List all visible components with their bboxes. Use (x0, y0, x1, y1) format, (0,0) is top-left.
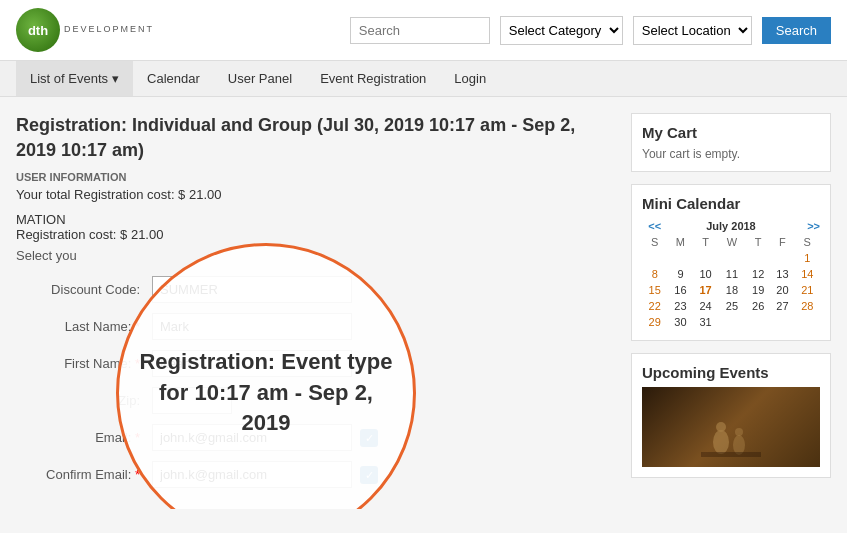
last-name-required: * (135, 319, 140, 334)
mation-label: MATION (16, 212, 615, 227)
cal-day[interactable]: 28 (795, 298, 820, 314)
last-name-label: Last Name: * (16, 308, 146, 345)
zip-label: Zip: (16, 382, 146, 419)
cal-week-1: 1 (642, 250, 820, 266)
cart-title: My Cart (642, 124, 820, 141)
reg-cost: Registration cost: $ 21.00 (16, 227, 615, 242)
upcoming-events-title: Upcoming Events (642, 364, 820, 381)
calendar-section: Mini Calendar << July 2018 >> S M T W T … (631, 184, 831, 341)
email-check-icon: ✓ (360, 429, 378, 447)
discount-code-cell (146, 271, 615, 308)
cal-day[interactable]: 10 (693, 266, 717, 282)
cal-day[interactable]: 29 (642, 314, 667, 330)
cal-day-w: W (718, 234, 746, 250)
cal-day[interactable]: 25 (718, 298, 746, 314)
reg-cost-value: $ 21.00 (120, 227, 163, 242)
cal-day[interactable]: 22 (642, 298, 667, 314)
cal-day (770, 250, 794, 266)
discount-code-input[interactable] (152, 276, 352, 303)
cal-day[interactable]: 15 (642, 282, 667, 298)
first-name-input[interactable] (152, 350, 352, 377)
cal-day (642, 250, 667, 266)
cal-day[interactable]: 1 (795, 250, 820, 266)
first-name-cell (146, 345, 615, 382)
cal-week-3: 15 16 17 18 19 20 21 (642, 282, 820, 298)
cal-day[interactable]: 18 (718, 282, 746, 298)
nav-user-panel[interactable]: User Panel (214, 61, 306, 96)
email-cell: ✓ (146, 419, 615, 456)
cal-week-5: 29 30 31 (642, 314, 820, 330)
cal-day[interactable]: 31 (693, 314, 717, 330)
calendar-next-button[interactable]: >> (795, 218, 820, 234)
cal-day[interactable]: 26 (746, 298, 770, 314)
registration-form: Discount Code: Last Name: * (16, 271, 615, 493)
cal-day[interactable]: 12 (746, 266, 770, 282)
nav-event-registration[interactable]: Event Registration (306, 61, 440, 96)
cart-empty-message: Your cart is empty. (642, 147, 820, 161)
calendar-month-label: July 2018 (667, 218, 794, 234)
calendar-prev-button[interactable]: << (642, 218, 667, 234)
cal-day[interactable]: 27 (770, 298, 794, 314)
cal-day (718, 314, 746, 330)
sidebar: My Cart Your cart is empty. Mini Calenda… (631, 113, 831, 493)
last-name-input[interactable] (152, 313, 352, 340)
category-select[interactable]: Select Category (500, 16, 623, 45)
calendar-nav-row: << July 2018 >> (642, 218, 820, 234)
cal-day-s1: S (642, 234, 667, 250)
cal-day[interactable]: 8 (642, 266, 667, 282)
cal-day[interactable]: 21 (795, 282, 820, 298)
confirm-email-required: * (135, 467, 140, 482)
cal-day[interactable]: 20 (770, 282, 794, 298)
calendar-title: Mini Calendar (642, 195, 820, 212)
cal-day[interactable]: 16 (667, 282, 693, 298)
section-user-info-label: USER INFORMATION (16, 171, 615, 183)
search-input[interactable] (350, 17, 490, 44)
svg-point-1 (716, 422, 726, 432)
cal-day (667, 250, 693, 266)
confirm-email-input[interactable] (152, 461, 352, 488)
cal-day (693, 250, 717, 266)
cal-day[interactable]: 13 (770, 266, 794, 282)
main-content: Registration: Event type for 10:17 am - … (0, 97, 847, 509)
content-wrapper: Registration: Event type for 10:17 am - … (16, 113, 615, 493)
cal-day[interactable]: 11 (718, 266, 746, 282)
nav-login[interactable]: Login (440, 61, 500, 96)
cal-day-t1: T (693, 234, 717, 250)
location-select[interactable]: Select Location (633, 16, 752, 45)
first-name-required: * (135, 356, 140, 371)
discount-code-label: Discount Code: (16, 271, 146, 308)
total-registration-note: Your total Registration cost: $ 21.00 (16, 187, 615, 202)
email-input[interactable] (152, 424, 352, 451)
cal-day[interactable]: 19 (746, 282, 770, 298)
chevron-down-icon: ▾ (112, 71, 119, 86)
cal-day (718, 250, 746, 266)
zip-input[interactable] (152, 387, 232, 414)
cal-day (746, 250, 770, 266)
cal-day[interactable]: 14 (795, 266, 820, 282)
search-button[interactable]: Search (762, 17, 831, 44)
first-name-row: First Name: * (16, 345, 615, 382)
reg-cost-label: Registration cost: (16, 227, 116, 242)
cal-day[interactable]: 24 (693, 298, 717, 314)
zip-cell (146, 382, 615, 419)
cal-week-2: 8 9 10 11 12 13 14 (642, 266, 820, 282)
logo-text: DEVELOPMENT (64, 25, 154, 35)
nav-calendar[interactable]: Calendar (133, 61, 214, 96)
nav-list-of-events[interactable]: List of Events ▾ (16, 61, 133, 96)
cal-day (746, 314, 770, 330)
email-label: Email: * (16, 419, 146, 456)
svg-point-0 (713, 430, 729, 454)
cart-section: My Cart Your cart is empty. (631, 113, 831, 172)
navbar: List of Events ▾ Calendar User Panel Eve… (0, 61, 847, 97)
cal-day[interactable]: 9 (667, 266, 693, 282)
email-required: * (135, 430, 140, 445)
email-row: Email: * ✓ (16, 419, 615, 456)
cal-day-s2: S (795, 234, 820, 250)
upcoming-event-image[interactable] (642, 387, 820, 467)
cal-day[interactable]: 30 (667, 314, 693, 330)
select-label: Select you (16, 248, 615, 263)
cal-day[interactable]: 23 (667, 298, 693, 314)
mini-calendar: << July 2018 >> S M T W T F S (642, 218, 820, 330)
cal-day[interactable]: 17 (693, 282, 717, 298)
cal-day-t2: T (746, 234, 770, 250)
